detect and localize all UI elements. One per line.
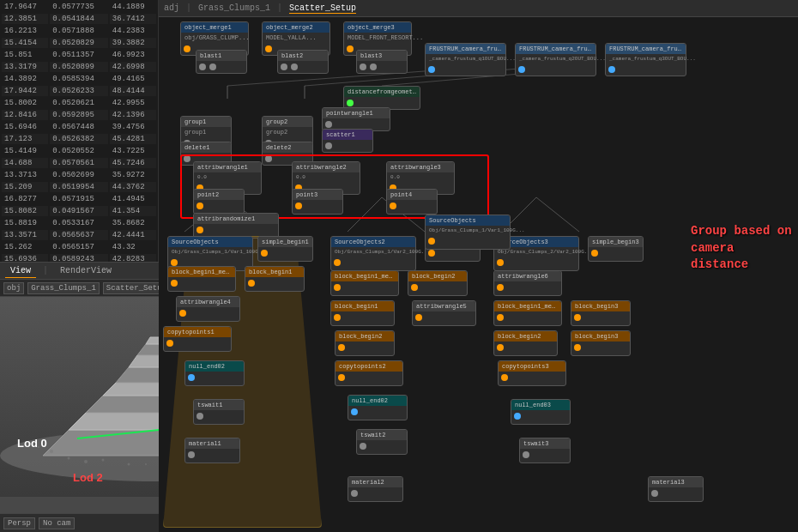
node-null-end2[interactable]: null_end02 [348, 395, 408, 420]
node-attribrand1[interactable]: attribrandomize1 [193, 213, 279, 239]
node-distancefromgeo[interactable]: distancefromgeometry1 [343, 86, 420, 110]
port [428, 238, 435, 245]
node-simple-begin1-header: simple_begin1 [258, 237, 312, 247]
port [248, 280, 255, 287]
node-point4-header: point4 [387, 190, 437, 200]
node-copytopoints1[interactable]: copytopoints1 [163, 326, 232, 352]
node-canvas[interactable]: object_merge1 obj/GRASS_CLUMP... object_… [159, 17, 798, 532]
node-frustum1-header: FRUSTRUM_camera_frustum_q1 [426, 44, 505, 54]
svg-text:Lod 0: Lod 0 [17, 437, 47, 450]
node-blast1[interactable]: blast1 [196, 50, 247, 74]
node-blast3[interactable]: blast3 [356, 50, 408, 74]
node-simple-begin1[interactable]: simple_begin1 [257, 236, 313, 262]
node-block-begin7[interactable]: block_begin3 [571, 330, 631, 356]
tab-renderview[interactable]: RenderView [55, 264, 117, 277]
svg-text:Lod 2: Lod 2 [73, 471, 103, 484]
node-frustum2[interactable]: FRUSTRUM_camera_frustum_q2 _camera_frust… [515, 43, 596, 76]
port [574, 314, 581, 321]
port [370, 63, 377, 70]
port [338, 374, 345, 381]
node-block-begin5b[interactable]: block_begin3 [571, 300, 631, 326]
svg-point-11 [68, 457, 70, 460]
node-point3-header: point3 [293, 190, 342, 200]
node-point4[interactable]: point4 [386, 189, 438, 215]
node-point3[interactable]: point3 [292, 189, 343, 215]
port [179, 310, 186, 317]
node-copytopoints3[interactable]: copytopoints3 [498, 360, 566, 386]
node-block-begin4[interactable]: block_begin2 [335, 330, 395, 356]
node-attribwrangle4-header: attribwrangle4 [177, 297, 239, 307]
node-blast2[interactable]: blast2 [277, 50, 329, 74]
node-distancefromgeo-header: distancefromgeometry1 [344, 87, 420, 97]
port [360, 63, 366, 70]
node-block-begin2b[interactable]: block_begin2 [408, 270, 468, 296]
port [188, 374, 195, 381]
node-block-begin5-meta[interactable]: block_begin1_meta3 [493, 300, 562, 326]
node-point2-header: point2 [194, 190, 244, 200]
svg-point-19 [102, 459, 105, 462]
port [265, 155, 272, 162]
svg-line-48 [536, 197, 579, 232]
toolbar-grass[interactable]: Grass_Clumps_1 [27, 282, 100, 294]
node-pointwrangle[interactable]: pointwrangle1 [322, 107, 390, 131]
node-tswait1[interactable]: tswait1 [193, 399, 245, 425]
node-frustum3[interactable]: FRUSTRUM_camera_frustum_q3 _camera_frust… [605, 43, 686, 76]
node-simple-begin3[interactable]: simple_begin3 [588, 236, 644, 262]
port [334, 259, 341, 266]
node-block-begin6[interactable]: block_begin2 [493, 330, 558, 356]
node-tswait3[interactable]: tswait3 [519, 438, 571, 463]
node-material2[interactable]: material2 [348, 476, 403, 502]
toolbar-obj[interactable]: obj [3, 282, 24, 294]
perspective-dropdown[interactable]: Persp [3, 517, 35, 529]
node-null-end1[interactable]: null_end02 [184, 360, 245, 386]
node-material3[interactable]: material3 [648, 476, 704, 502]
node-material1[interactable]: material1 [184, 438, 240, 463]
tab-view[interactable]: View [5, 264, 36, 278]
node-tswait1-header: tswait1 [194, 400, 244, 410]
node-attribwrangle1-header: attribwrangle1 [194, 162, 261, 172]
node-attribwrangle5[interactable]: attribwrangle5 [412, 300, 476, 326]
data-table-panel: 17.96470.057773544.188912.38510.05418443… [0, 0, 159, 262]
node-material2-header: material2 [348, 477, 402, 487]
camera-dropdown[interactable]: No cam [39, 517, 75, 529]
node-block-begin2-meta[interactable]: block_begin1_meta2 [330, 270, 399, 296]
port [196, 227, 203, 233]
node-block-begin1-meta[interactable]: block_begin1_metaball1 [167, 266, 236, 292]
node-tswait2[interactable]: tswait2 [356, 429, 408, 455]
node-copytopoints1-header: copytopoints1 [164, 327, 231, 337]
port [291, 63, 298, 70]
node-frustum3-header: FRUSTRUM_camera_frustum_q3 [606, 44, 686, 54]
node-frustum1[interactable]: FRUSTRUM_camera_frustum_q1 _camera_frust… [425, 43, 506, 76]
port [184, 45, 190, 52]
node-block-begin1b-header: block_begin1 [245, 267, 304, 277]
port [171, 259, 178, 266]
node-attribrand1-header: attribrandomize1 [194, 214, 278, 224]
svg-point-20 [145, 463, 147, 465]
node-null-end2-header: null_end02 [348, 396, 407, 406]
ne-tab-grass[interactable]: Grass_Clumps_1 [198, 3, 270, 13]
node-copytopoints2[interactable]: copytopoints2 [335, 360, 403, 386]
port [390, 203, 396, 209]
node-simple-begin3-header: simple_begin3 [589, 237, 643, 247]
node-scatter1-header: scatter1 [323, 130, 372, 140]
port [209, 63, 216, 70]
port [184, 155, 190, 162]
node-null-end3[interactable]: null_end03 [511, 399, 571, 425]
node-block-begin3[interactable]: block_begin1 [330, 300, 395, 326]
port [518, 66, 525, 73]
port [166, 340, 173, 347]
ne-tab-adj[interactable]: adj [164, 3, 179, 13]
port [334, 284, 341, 291]
port [199, 63, 206, 70]
node-block-begin1b[interactable]: block_begin1 [245, 266, 305, 292]
node-attribwrangle4[interactable]: attribwrangle4 [176, 296, 240, 322]
ne-tab-scatter[interactable]: Scatter_Setup [289, 3, 356, 14]
port [351, 408, 358, 415]
node-pointwrangle-header: pointwrangle1 [323, 108, 390, 118]
node-scatter1[interactable]: scatter1 [322, 129, 373, 153]
port [497, 314, 504, 321]
node-attribwrangle6[interactable]: attribwrangle6 [493, 270, 562, 296]
node-sourceobj-top[interactable]: SourceObjects Obj/Grass_Clumps_1/Var1_10… [425, 215, 511, 250]
node-sourceobj2[interactable]: SourceObjects2 Obj/Grass_Clumps_1/Var2_1… [330, 236, 416, 271]
node-point2[interactable]: point2 [193, 189, 245, 215]
